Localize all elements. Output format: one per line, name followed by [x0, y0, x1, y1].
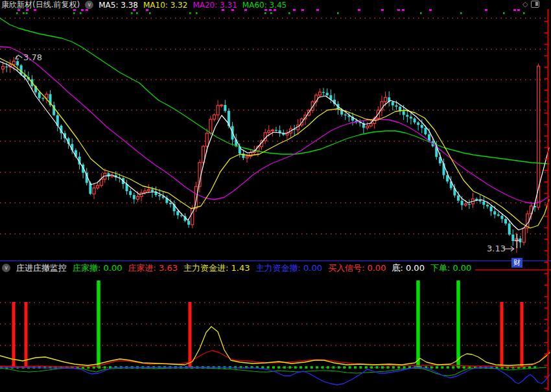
indicator-field-zijinche: 主力资金撤: 0.00: [255, 262, 322, 274]
indicator-field-zhuangjiajin: 庄家进: 3.63: [128, 262, 177, 274]
indicator-field-zhuangjiache: 庄家撤: 0.00: [73, 262, 122, 274]
ma5-label: MA5: 3.38: [99, 1, 138, 10]
app-window: 康欣新材(日线.前复权) ∨ MA5: 3.38 MA10: 3.32 MA20…: [0, 0, 551, 392]
indicator-name: 庄进庄撤监控: [16, 262, 67, 274]
indicator-field-di: 底: 0.00: [392, 262, 424, 274]
split-window-icon-fill: [535, 2, 538, 6]
diamond-icon[interactable]: ◇: [522, 1, 528, 8]
cai-badge: 财: [511, 258, 522, 268]
high-price-label: 3.78: [23, 52, 42, 62]
chevron-down-icon[interactable]: ∨: [85, 1, 93, 9]
chevron-down-icon[interactable]: ∨: [2, 264, 10, 272]
ma10-label: MA10: 3.32: [143, 1, 187, 10]
title-bar: 康欣新材(日线.前复权) ∨ MA5: 3.38 MA10: 3.32 MA20…: [1, 0, 287, 10]
low-price-label: 3.13: [487, 244, 506, 253]
titlebar-tools: ◇: [522, 1, 539, 8]
chart-canvas[interactable]: [0, 0, 551, 392]
indicator-header: ∨ 庄进庄撤监控 庄家撤: 0.00 庄家进: 3.63 主力资金进: 1.43…: [0, 262, 475, 274]
indicator-field-zijinjin: 主力资金进: 1.43: [183, 262, 250, 274]
ma60-label: MA60: 3.45: [242, 1, 287, 10]
ma20-label: MA20: 3.31: [193, 1, 237, 10]
split-window-icon[interactable]: [531, 1, 539, 8]
stock-title: 康欣新材(日线.前复权): [1, 0, 80, 10]
indicator-field-xiadan: 下单: 0.00: [430, 262, 471, 274]
indicator-field-mairuxinhao: 买入信号: 0.00: [328, 262, 386, 274]
